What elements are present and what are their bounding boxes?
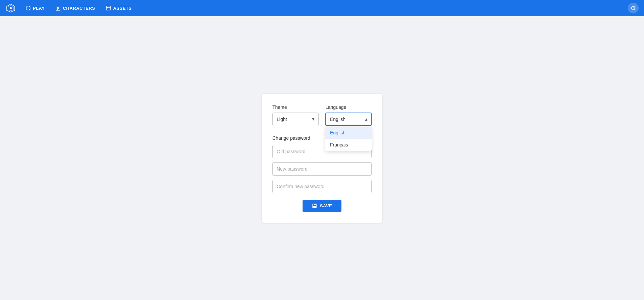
theme-select-wrapper: Light Dark ▼ [272,113,319,126]
svg-point-5 [29,7,30,7]
confirm-password-input[interactable] [272,180,372,193]
new-password-input[interactable] [272,162,372,176]
language-dropdown: English Français [325,127,372,151]
navbar: PLAY CHARACTERS ASSETS ⚙ [0,0,644,16]
settings-icon-button[interactable]: ⚙ [628,3,639,13]
language-select-display[interactable]: English [325,113,372,126]
nav-characters[interactable]: CHARACTERS [51,3,99,13]
save-button-container: SAVE [272,200,372,212]
svg-point-7 [29,9,30,9]
svg-point-2 [10,7,12,9]
theme-group: Theme Light Dark ▼ [272,104,319,126]
theme-select[interactable]: Light Dark [272,113,319,126]
svg-rect-13 [106,6,110,10]
main-content: Theme Light Dark ▼ Language English ▲ [0,16,644,300]
language-label: Language [325,104,372,110]
app-logo[interactable] [5,3,16,13]
language-select-wrapper: English ▲ [325,113,372,126]
save-button[interactable]: SAVE [303,200,341,212]
language-option-francais[interactable]: Français [325,139,372,151]
password-fields-group [272,145,372,193]
svg-point-6 [27,9,28,9]
svg-rect-15 [314,204,316,205]
theme-language-row: Theme Light Dark ▼ Language English ▲ [272,104,372,126]
save-icon [312,203,317,209]
nav-play[interactable]: PLAY [21,3,49,13]
settings-card: Theme Light Dark ▼ Language English ▲ [262,94,382,223]
nav-assets[interactable]: ASSETS [102,3,136,13]
language-group: Language English ▲ English Français [325,104,372,126]
svg-point-8 [28,8,29,8]
svg-point-4 [27,7,28,7]
svg-rect-16 [313,206,316,208]
theme-label: Theme [272,104,319,110]
language-option-english[interactable]: English [325,127,372,139]
